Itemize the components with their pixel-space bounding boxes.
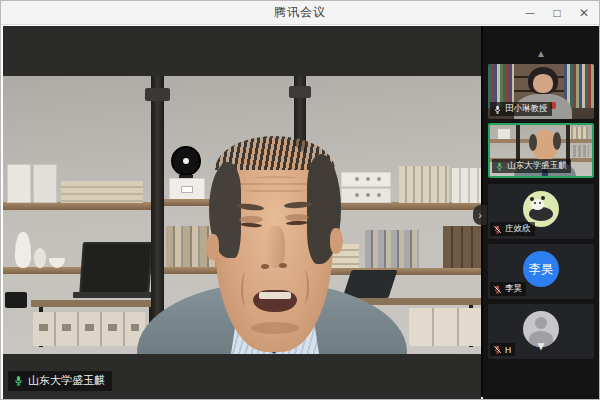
minimize-button[interactable]: ─ bbox=[523, 6, 537, 20]
participant-name-tag: 山东大学盛玉麒 bbox=[492, 159, 571, 173]
video-letterbox-top bbox=[3, 26, 481, 76]
scene-books bbox=[443, 226, 481, 268]
scene-vase bbox=[34, 248, 46, 268]
participant-name: H bbox=[505, 345, 511, 355]
scene-post-joint bbox=[289, 86, 311, 98]
scene-books bbox=[399, 166, 449, 203]
scene-post-joint bbox=[145, 88, 170, 101]
participant-tile-tian-xiaolin[interactable]: 田小琳教授 bbox=[488, 64, 594, 119]
scene-camera bbox=[5, 292, 27, 308]
participant-name-tag: 田小琳教授 bbox=[490, 102, 552, 116]
speaker-smile-fold bbox=[241, 272, 251, 306]
speaker-smile-fold bbox=[299, 270, 309, 304]
main-video-scene bbox=[3, 76, 481, 354]
speaker-forehead bbox=[237, 176, 313, 194]
mic-on-icon bbox=[493, 104, 502, 115]
scene-books bbox=[365, 230, 419, 268]
speaker-ear bbox=[330, 228, 343, 254]
mic-speaking-icon bbox=[13, 374, 24, 387]
speaker-nose bbox=[265, 226, 285, 268]
chevron-right-icon: › bbox=[478, 209, 482, 221]
scene-box-labels bbox=[39, 324, 139, 331]
sidebar-collapse-button[interactable]: › bbox=[473, 205, 487, 225]
scene-books bbox=[452, 168, 481, 203]
participants-sidebar: ▲ 田小琳教授 bbox=[483, 26, 599, 399]
scene-book-stack bbox=[61, 181, 143, 203]
tile-books bbox=[573, 145, 589, 157]
maximize-button[interactable]: □ bbox=[550, 6, 564, 20]
participant-name: 庄效欣 bbox=[505, 223, 531, 235]
tile-person-hair bbox=[553, 132, 561, 150]
participant-name: 李昊 bbox=[505, 283, 522, 295]
arrow-up-icon: ▲ bbox=[536, 48, 546, 59]
mic-muted-icon bbox=[493, 224, 502, 235]
mic-muted-icon bbox=[493, 344, 502, 355]
scene-bench bbox=[31, 300, 163, 307]
titlebar[interactable]: 腾讯会议 ─ □ ✕ bbox=[1, 1, 599, 25]
scene-laptop bbox=[79, 242, 153, 294]
speaker-ear bbox=[206, 234, 219, 260]
mic-muted-icon bbox=[493, 284, 502, 295]
participant-tile-zhuang[interactable]: 庄效欣 bbox=[488, 184, 594, 239]
speaker-chin bbox=[251, 322, 299, 334]
participant-avatar: 李昊 bbox=[523, 251, 559, 287]
app-window: 腾讯会议 ─ □ ✕ bbox=[0, 0, 600, 400]
speaker-nostril bbox=[261, 264, 269, 269]
tile-books bbox=[564, 64, 594, 108]
avatar-panda-eyes bbox=[534, 202, 536, 204]
speaker-eyelid bbox=[285, 214, 309, 221]
scene-storage-boxes bbox=[409, 308, 481, 346]
tile-box bbox=[498, 129, 510, 139]
scene-shelf bbox=[3, 202, 155, 210]
scene-hole-box bbox=[341, 188, 391, 203]
scene-file-box bbox=[7, 164, 31, 203]
scene-box-holes bbox=[355, 193, 359, 197]
scene-box-holes bbox=[355, 177, 359, 181]
participant-tile-li-hao[interactable]: 李昊 李昊 bbox=[488, 244, 594, 299]
meeting-content: 山东大学盛玉麒 › ▲ bbox=[3, 26, 597, 397]
participant-tile-sheng-yuqi[interactable]: 山东大学盛玉麒 bbox=[488, 123, 594, 178]
scene-tablet bbox=[342, 270, 397, 298]
scene-white-box-label bbox=[181, 186, 193, 193]
scene-clock-face bbox=[183, 158, 189, 164]
avatar-initials: 李昊 bbox=[529, 261, 553, 278]
avatar-panda-ears bbox=[530, 197, 534, 201]
person-silhouette-icon bbox=[535, 317, 547, 329]
close-button[interactable]: ✕ bbox=[577, 6, 591, 20]
mic-speaking-icon bbox=[495, 161, 504, 172]
scene-file-box bbox=[33, 164, 57, 203]
participant-name-tag: H bbox=[490, 343, 515, 356]
window-controls: ─ □ ✕ bbox=[523, 1, 591, 24]
main-video[interactable]: 山东大学盛玉麒 bbox=[3, 26, 481, 399]
arrow-down-icon: ▼ bbox=[535, 339, 547, 353]
participant-name: 山东大学盛玉麒 bbox=[507, 160, 567, 172]
tile-books bbox=[568, 127, 588, 139]
tile-person-face bbox=[533, 74, 553, 93]
window-title: 腾讯会议 bbox=[274, 4, 326, 21]
speaker-name: 山东大学盛玉麒 bbox=[28, 373, 105, 388]
scene-hole-box bbox=[341, 172, 391, 187]
tile-person-hair bbox=[529, 134, 537, 151]
scene-vase bbox=[15, 232, 31, 268]
speaker-name-tag: 山东大学盛玉麒 bbox=[8, 371, 112, 391]
speaker-teeth bbox=[259, 292, 291, 299]
speaker-eyelid bbox=[239, 216, 263, 223]
scene-laptop-base bbox=[73, 292, 159, 298]
participant-name-tag: 庄效欣 bbox=[490, 222, 535, 236]
speaker-nostril bbox=[279, 263, 287, 268]
participant-name-tag: 李昊 bbox=[490, 282, 526, 296]
scroll-up-button[interactable]: ▲ bbox=[483, 48, 599, 60]
participant-name: 田小琳教授 bbox=[505, 103, 548, 115]
